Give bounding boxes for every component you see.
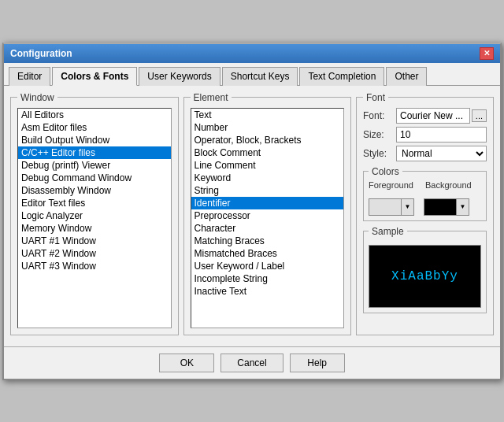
dialog-title: Configuration	[10, 48, 72, 59]
size-label: Size:	[363, 129, 396, 140]
colors-section: Colors ForegroundBackground▼▼ Sample XiA…	[363, 166, 487, 313]
window-list-item[interactable]: Editor Text files	[18, 197, 171, 209]
background-label: Background	[425, 180, 472, 190]
colors-fieldset: Colors ForegroundBackground▼▼	[363, 166, 487, 221]
background-swatch-group: ▼	[424, 198, 469, 216]
foreground-label: Foreground	[369, 180, 416, 190]
element-panel: Element TextNumberOperator, Block, Brack…	[183, 92, 352, 335]
window-list[interactable]: All EditorsAsm Editor filesBuild Output …	[17, 108, 172, 328]
element-list-item[interactable]: Block Comment	[191, 146, 344, 159]
background-dropdown-btn[interactable]: ▼	[457, 198, 469, 216]
font-browse-button[interactable]: ...	[472, 109, 487, 122]
element-list-item[interactable]: User Keyword / Label	[191, 260, 344, 272]
element-list-item[interactable]: Mismatched Braces	[191, 247, 344, 260]
window-list-item[interactable]: Memory Window	[18, 222, 171, 235]
size-row: Size:	[363, 127, 487, 143]
colors-legend: Colors	[369, 166, 402, 177]
element-list-item[interactable]: Preprocessor	[191, 209, 344, 222]
window-list-item[interactable]: Build Output Window	[18, 134, 171, 146]
element-list-item[interactable]: Text	[191, 109, 344, 121]
window-panel: Window All EditorsAsm Editor filesBuild …	[10, 92, 179, 335]
sample-box: XiAaBbYy	[369, 245, 481, 308]
window-list-item[interactable]: Disassembly Window	[18, 184, 171, 197]
tab-shortcut-keys[interactable]: Shortcut Keys	[222, 67, 298, 86]
element-list[interactable]: TextNumberOperator, Block, BracketsBlock…	[191, 108, 345, 328]
window-list-item[interactable]: UART #1 Window	[18, 235, 171, 247]
element-list-item[interactable]: Matching Braces	[191, 235, 344, 247]
size-input[interactable]	[396, 127, 487, 143]
panels-row: Window All EditorsAsm Editor filesBuild …	[10, 92, 494, 335]
window-list-item[interactable]: Logic Analyzer	[18, 209, 171, 222]
font-value[interactable]: Courier New ...	[396, 108, 470, 124]
element-list-item[interactable]: Inactive Text	[191, 285, 344, 298]
tab-text-completion[interactable]: Text Completion	[299, 67, 384, 86]
font-row: Font: Courier New ... ...	[363, 108, 487, 124]
window-list-item[interactable]: UART #3 Window	[18, 260, 171, 272]
background-swatch[interactable]	[424, 198, 457, 216]
configuration-dialog: Configuration ✕ Editor Colors & Fonts Us…	[2, 43, 502, 380]
window-list-item[interactable]: UART #2 Window	[18, 247, 171, 260]
font-panel-title: Font	[363, 92, 388, 103]
ok-button[interactable]: OK	[159, 354, 214, 372]
element-list-item[interactable]: Line Comment	[191, 159, 344, 172]
help-button[interactable]: Help	[290, 354, 345, 372]
tab-user-keywords[interactable]: User Keywords	[139, 67, 220, 86]
title-bar: Configuration ✕	[4, 44, 500, 63]
element-list-item[interactable]: Character	[191, 222, 344, 235]
element-list-item[interactable]: Number	[191, 121, 344, 134]
element-list-item[interactable]: Operator, Block, Brackets	[191, 134, 344, 146]
sample-fieldset: Sample XiAaBbYy	[363, 226, 487, 313]
window-list-item[interactable]: Asm Editor files	[18, 121, 171, 134]
window-panel-title: Window	[17, 92, 57, 103]
element-list-item[interactable]: String	[191, 184, 344, 197]
tab-editor[interactable]: Editor	[9, 67, 50, 86]
element-list-item[interactable]: Keyword	[191, 172, 344, 184]
style-row: Style: Normal Bold Italic Bold Italic	[363, 146, 487, 161]
tab-colors-fonts[interactable]: Colors & Fonts	[52, 67, 137, 86]
tab-other[interactable]: Other	[386, 67, 427, 86]
font-panel: Font Font: Courier New ... ... Size: Sty…	[356, 92, 494, 335]
tabs-bar: Editor Colors & Fonts User Keywords Shor…	[4, 63, 500, 86]
font-label: Font:	[363, 110, 396, 121]
bottom-bar: OK Cancel Help	[4, 346, 500, 379]
window-list-item[interactable]: Debug (printf) Viewer	[18, 159, 171, 172]
element-list-item[interactable]: Incomplete String	[191, 272, 344, 285]
style-select[interactable]: Normal Bold Italic Bold Italic	[396, 146, 487, 161]
window-list-item[interactable]: Debug Command Window	[18, 172, 171, 184]
style-label: Style:	[363, 148, 396, 159]
window-list-item[interactable]: All Editors	[18, 109, 171, 121]
close-button[interactable]: ✕	[480, 47, 494, 60]
sample-text: XiAaBbYy	[391, 269, 458, 283]
dialog-body: Window All EditorsAsm Editor filesBuild …	[4, 86, 500, 346]
foreground-swatch[interactable]	[369, 198, 402, 216]
element-panel-title: Element	[191, 92, 232, 103]
foreground-dropdown-btn[interactable]: ▼	[402, 198, 414, 216]
sample-legend: Sample	[369, 226, 407, 237]
foreground-swatch-group: ▼	[369, 198, 414, 216]
cancel-button[interactable]: Cancel	[220, 354, 283, 372]
window-list-item[interactable]: C/C++ Editor files	[18, 146, 171, 159]
element-list-item[interactable]: Identifier	[191, 197, 344, 209]
